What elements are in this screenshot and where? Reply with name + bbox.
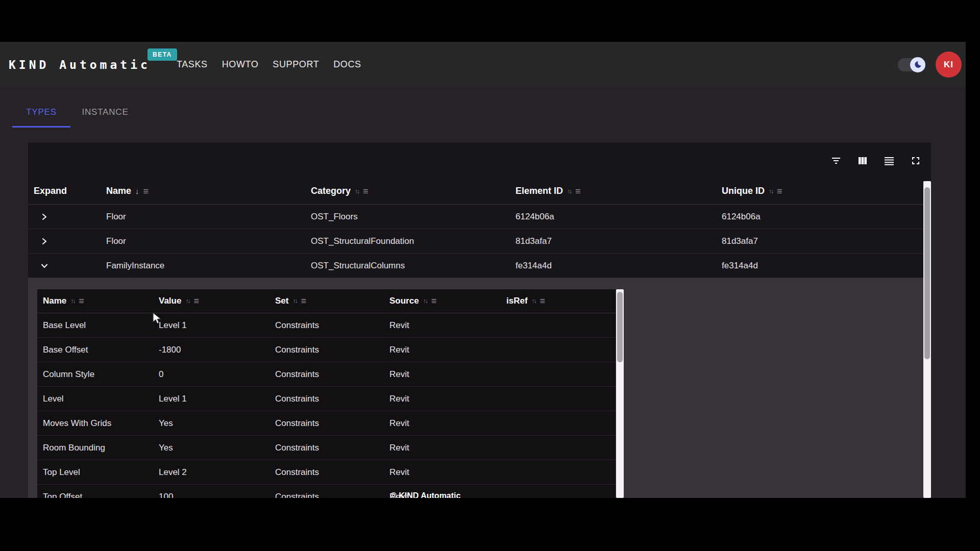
grid-header-row: Expand Name ↓ ≡ Category ↑↓ ≡ Element ID… — [28, 178, 931, 205]
column-menu-icon[interactable]: ≡ — [79, 296, 84, 306]
cell-source: Revit — [389, 362, 409, 386]
cell-name: Room Bounding — [43, 436, 105, 460]
cell-name: Base Offset — [43, 338, 88, 362]
detail-row[interactable]: Level Level 1 Constraints Revit — [37, 387, 616, 411]
cell-source: Revit — [389, 387, 409, 411]
sort-icon[interactable]: ↑↓ — [769, 188, 773, 195]
columns-button[interactable] — [856, 155, 869, 167]
fullscreen-button[interactable] — [910, 155, 922, 167]
cell-set: Constraints — [275, 460, 319, 484]
table-row[interactable]: Floor OST_Floors 6124b06a 6124b06a — [28, 205, 931, 229]
detail-row[interactable]: Base Offset -1800 Constraints Revit — [37, 338, 616, 362]
column-menu-icon[interactable]: ≡ — [301, 296, 306, 306]
cell-source: Revit — [389, 338, 409, 362]
detail-column-header-isref[interactable]: isRef ↑↓ ≡ — [506, 289, 545, 313]
sort-icon[interactable]: ↑↓ — [423, 297, 427, 305]
expand-button[interactable] — [37, 205, 52, 229]
main-scrollbar[interactable] — [923, 181, 931, 498]
column-label: isRef — [506, 296, 528, 306]
tab-types[interactable]: TYPES — [12, 96, 70, 128]
sort-icon[interactable]: ↑↓ — [70, 297, 75, 305]
expand-button[interactable] — [37, 229, 52, 254]
sort-icon[interactable]: ↑↓ — [355, 188, 359, 195]
column-menu-icon[interactable]: ≡ — [193, 296, 199, 306]
density-button[interactable] — [883, 155, 895, 167]
cell-source: Revit — [389, 460, 409, 484]
column-header-element-id[interactable]: Element ID ↑↓ ≡ — [516, 178, 581, 204]
sort-icon[interactable]: ↑↓ — [532, 297, 536, 305]
detail-row[interactable]: Moves With Grids Yes Constraints Revit — [37, 411, 616, 436]
column-menu-icon[interactable]: ≡ — [431, 296, 437, 306]
cell-source: Revit — [389, 436, 409, 460]
detail-row[interactable]: Top Offset 100 Constraints Revit — [37, 485, 616, 498]
detail-scrollbar[interactable] — [616, 289, 624, 498]
chevron-right-icon — [40, 237, 48, 245]
column-header-category[interactable]: Category ↑↓ ≡ — [311, 178, 369, 204]
user-avatar[interactable]: KI — [936, 52, 962, 78]
detail-row[interactable]: Room Bounding Yes Constraints Revit — [37, 436, 616, 460]
theme-toggle-knob[interactable] — [910, 57, 925, 72]
column-menu-icon[interactable]: ≡ — [575, 187, 581, 196]
column-label: Set — [275, 296, 288, 306]
filter-button[interactable] — [830, 155, 842, 167]
moon-icon — [914, 60, 922, 69]
column-menu-icon[interactable]: ≡ — [143, 187, 149, 196]
table-row[interactable]: FamilyInstance OST_StructuralColumns fe3… — [28, 254, 931, 278]
screen: KIND Automatic BETA TASKS HOWTO SUPPORT … — [0, 0, 980, 551]
cell-value: 100 — [159, 485, 173, 498]
column-menu-icon[interactable]: ≡ — [363, 187, 369, 196]
data-grid: Expand Name ↓ ≡ Category ↑↓ ≡ Element ID… — [28, 142, 931, 498]
cell-element-id: 81d3afa7 — [516, 229, 552, 253]
main-nav: TASKS HOWTO SUPPORT DOCS — [177, 42, 361, 87]
cell-value: Yes — [159, 436, 173, 460]
cell-unique-id: 6124b06a — [722, 205, 761, 229]
column-label: Expand — [34, 186, 67, 196]
detail-column-header-value[interactable]: Value ↑↓ ≡ — [159, 289, 199, 313]
theme-toggle[interactable] — [898, 58, 924, 71]
chevron-right-icon — [40, 213, 48, 221]
tab-instance[interactable]: INSTANCE — [70, 96, 140, 128]
nav-item-docs[interactable]: DOCS — [333, 59, 361, 70]
active-tab-indicator — [12, 126, 70, 128]
cell-element-id: 6124b06a — [516, 205, 554, 229]
nav-item-howto[interactable]: HOWTO — [222, 59, 259, 70]
sort-desc-icon[interactable]: ↓ — [135, 187, 139, 195]
cell-source: Revit — [389, 411, 409, 435]
density-icon — [883, 155, 895, 167]
detail-scrollbar-thumb[interactable] — [617, 292, 623, 362]
detail-row[interactable]: Base Level Level 1 Constraints Revit — [37, 313, 616, 338]
column-header-expand[interactable]: Expand — [34, 178, 67, 204]
cell-source: Revit — [389, 313, 409, 337]
cell-unique-id: fe314a4d — [722, 254, 758, 278]
column-header-unique-id[interactable]: Unique ID ↑↓ ≡ — [722, 178, 782, 204]
column-menu-icon[interactable]: ≡ — [777, 187, 782, 196]
footer-watermark: © KIND Automatic — [390, 491, 460, 498]
detail-column-header-source[interactable]: Source ↑↓ ≡ — [389, 289, 436, 313]
sort-icon[interactable]: ↑↓ — [185, 297, 189, 305]
detail-row[interactable]: Top Level Level 2 Constraints Revit — [37, 460, 616, 485]
table-row[interactable]: Floor OST_StructuralFoundation 81d3afa7 … — [28, 229, 931, 254]
cell-name: Moves With Grids — [43, 411, 111, 435]
column-header-name[interactable]: Name ↓ ≡ — [106, 178, 149, 204]
sort-icon[interactable]: ↑↓ — [567, 188, 571, 195]
cell-name: Top Level — [43, 460, 80, 484]
detail-header-row: Name ↑↓ ≡ Value ↑↓ ≡ Set ↑↓ ≡ — [37, 289, 616, 313]
column-label: Element ID — [516, 186, 563, 196]
sort-icon[interactable]: ↑↓ — [292, 297, 297, 305]
cell-value: Level 1 — [159, 313, 187, 337]
column-label: Name — [43, 296, 66, 306]
main-scrollbar-thumb[interactable] — [924, 187, 930, 359]
collapse-button[interactable] — [37, 254, 52, 278]
detail-column-header-name[interactable]: Name ↑↓ ≡ — [43, 289, 84, 313]
app-window: KIND Automatic BETA TASKS HOWTO SUPPORT … — [0, 42, 966, 498]
cell-value: Level 1 — [159, 387, 187, 411]
cell-name: Column Style — [43, 362, 94, 386]
detail-column-header-set[interactable]: Set ↑↓ ≡ — [275, 289, 306, 313]
nav-item-support[interactable]: SUPPORT — [273, 59, 319, 70]
column-menu-icon[interactable]: ≡ — [540, 296, 546, 306]
grid-toolbar — [830, 155, 922, 167]
nav-item-tasks[interactable]: TASKS — [177, 59, 208, 70]
detail-row[interactable]: Column Style 0 Constraints Revit — [37, 362, 616, 387]
cell-set: Constraints — [275, 362, 319, 386]
cell-set: Constraints — [275, 411, 319, 435]
